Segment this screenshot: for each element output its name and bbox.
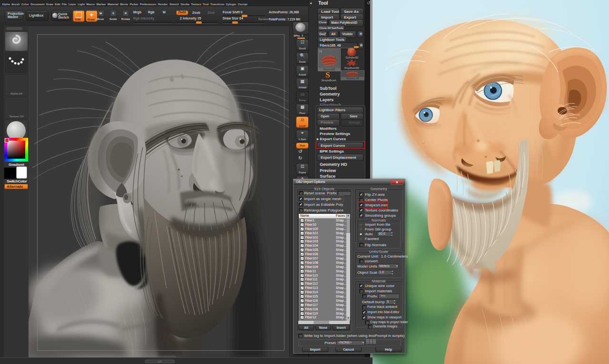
svg-text:S: S (325, 70, 330, 78)
svg-text:f 0: f 0 (319, 50, 322, 53)
